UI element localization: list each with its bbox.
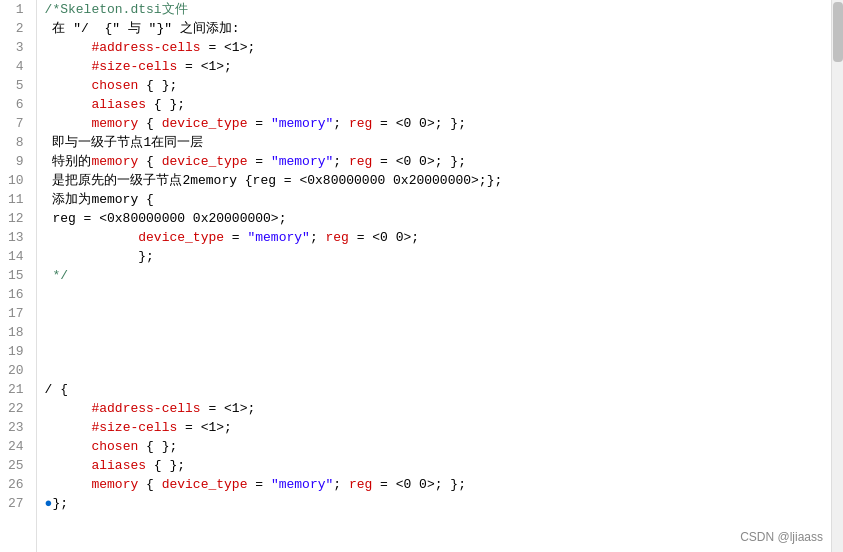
- code-line-3: #address-cells = <1>;: [45, 38, 831, 57]
- code-line-25: aliases { };: [45, 456, 831, 475]
- line-number-23: 23: [8, 418, 28, 437]
- code-line-12: reg = <0x80000000 0x20000000>;: [45, 209, 831, 228]
- line-number-12: 12: [8, 209, 28, 228]
- code-line-6: aliases { };: [45, 95, 831, 114]
- line-number-27: 27: [8, 494, 28, 513]
- line-number-16: 16: [8, 285, 28, 304]
- line-number-22: 22: [8, 399, 28, 418]
- editor-container: 1234567891011121314151617181920212223242…: [0, 0, 843, 552]
- code-line-8: 即与一级子节点1在同一层: [45, 133, 831, 152]
- code-line-9: 特别的memory { device_type = "memory"; reg …: [45, 152, 831, 171]
- line-number-8: 8: [8, 133, 28, 152]
- code-line-23: #size-cells = <1>;: [45, 418, 831, 437]
- code-line-5: chosen { };: [45, 76, 831, 95]
- line-number-9: 9: [8, 152, 28, 171]
- line-number-1: 1: [8, 0, 28, 19]
- line-number-3: 3: [8, 38, 28, 57]
- line-number-20: 20: [8, 361, 28, 380]
- line-number-7: 7: [8, 114, 28, 133]
- line-number-2: 2: [8, 19, 28, 38]
- code-line-22: #address-cells = <1>;: [45, 399, 831, 418]
- code-line-24: chosen { };: [45, 437, 831, 456]
- code-line-20: [45, 361, 831, 380]
- line-number-18: 18: [8, 323, 28, 342]
- line-number-14: 14: [8, 247, 28, 266]
- line-number-13: 13: [8, 228, 28, 247]
- code-line-17: [45, 304, 831, 323]
- line-number-25: 25: [8, 456, 28, 475]
- line-number-26: 26: [8, 475, 28, 494]
- code-line-21: / {: [45, 380, 831, 399]
- line-number-5: 5: [8, 76, 28, 95]
- code-line-4: #size-cells = <1>;: [45, 57, 831, 76]
- line-numbers: 1234567891011121314151617181920212223242…: [0, 0, 37, 552]
- line-number-4: 4: [8, 57, 28, 76]
- code-line-11: 添加为memory {: [45, 190, 831, 209]
- code-line-16: [45, 285, 831, 304]
- line-number-6: 6: [8, 95, 28, 114]
- watermark: CSDN @ljiaass: [740, 530, 823, 544]
- code-line-7: memory { device_type = "memory"; reg = <…: [45, 114, 831, 133]
- code-line-10: 是把原先的一级子节点2memory {reg = <0x80000000 0x2…: [45, 171, 831, 190]
- line-number-19: 19: [8, 342, 28, 361]
- code-line-26: memory { device_type = "memory"; reg = <…: [45, 475, 831, 494]
- line-number-10: 10: [8, 171, 28, 190]
- code-line-14: };: [45, 247, 831, 266]
- code-area[interactable]: /*Skeleton.dtsi文件 在 "/ {" 与 "}" 之间添加: #a…: [37, 0, 831, 552]
- line-number-15: 15: [8, 266, 28, 285]
- scrollbar-thumb[interactable]: [833, 2, 843, 62]
- scrollbar[interactable]: [831, 0, 843, 552]
- code-line-2: 在 "/ {" 与 "}" 之间添加:: [45, 19, 831, 38]
- code-line-13: device_type = "memory"; reg = <0 0>;: [45, 228, 831, 247]
- line-number-21: 21: [8, 380, 28, 399]
- line-number-17: 17: [8, 304, 28, 323]
- line-number-11: 11: [8, 190, 28, 209]
- code-line-27: ●};: [45, 494, 831, 513]
- code-line-19: [45, 342, 831, 361]
- code-line-15: */: [45, 266, 831, 285]
- code-line-18: [45, 323, 831, 342]
- code-line-1: /*Skeleton.dtsi文件: [45, 0, 831, 19]
- line-number-24: 24: [8, 437, 28, 456]
